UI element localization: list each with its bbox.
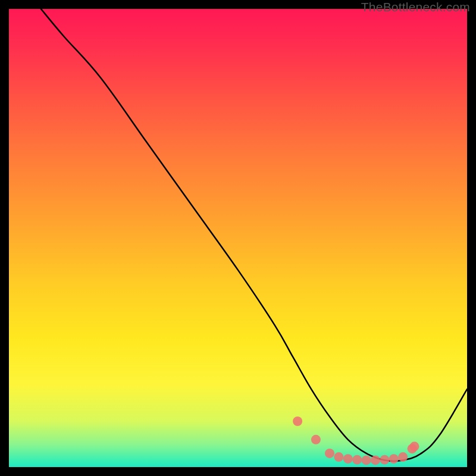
chart-frame: TheBottleneck.com: [0, 0, 476, 476]
marker-point: [334, 452, 343, 462]
marker-point: [293, 416, 302, 426]
marker-point: [362, 455, 371, 465]
marker-point: [325, 449, 334, 458]
watermark-text: TheBottleneck.com: [361, 0, 470, 14]
marker-point: [409, 441, 419, 451]
chart-overlay: [9, 9, 467, 467]
bottleneck-curve-line: [41, 9, 467, 461]
marker-point: [371, 455, 380, 465]
plot-area: [9, 9, 467, 467]
marker-point: [398, 452, 408, 462]
marker-point: [389, 454, 399, 464]
highlight-markers: [293, 416, 419, 465]
marker-point: [343, 454, 353, 464]
marker-point: [311, 435, 321, 444]
marker-point: [380, 455, 389, 465]
marker-point: [352, 455, 362, 465]
